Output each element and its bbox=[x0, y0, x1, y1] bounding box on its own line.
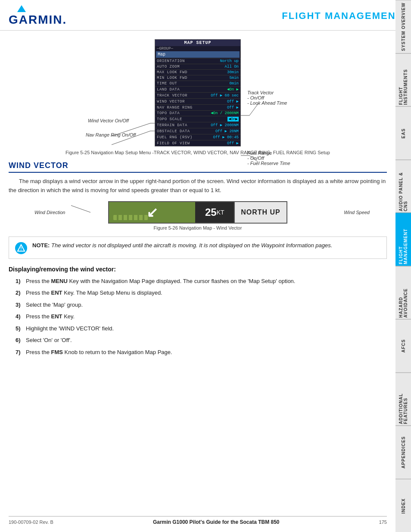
list-item: 4) Press the ENT Key. bbox=[16, 312, 387, 321]
instruction-title: Displaying/removing the wind vector: bbox=[9, 266, 387, 273]
map-setup-panel: MAP SETUP —GROUP— Map ORIENTATION North … bbox=[155, 39, 241, 146]
page-title: FLIGHT MANAGEMENT bbox=[282, 10, 402, 22]
wind-vector-on-off-label: Wind Vector On/Off bbox=[88, 118, 129, 123]
sidebar-tab-additional-features[interactable]: ADDITIONAL FEATURES bbox=[395, 373, 411, 426]
map-row-track-vector: TRACK VECTOR Off ▶ 60 sec bbox=[155, 92, 240, 98]
note-box: ! NOTE: The wind vector is not displayed… bbox=[9, 236, 387, 259]
right-sidebar: SYSTEM OVERVIEW FLIGHT INSTRUMENTS EAS A… bbox=[395, 0, 411, 532]
map-row-auto-zoom: AUTO ZOOM All On bbox=[155, 64, 240, 69]
note-text: NOTE: The wind vector is not displayed u… bbox=[32, 241, 332, 250]
footer-left: 190-00709-02 Rev. B bbox=[9, 520, 53, 525]
svg-text:!: ! bbox=[20, 246, 22, 251]
sidebar-tab-hazard-avoidance[interactable]: HAZARD AVOIDANCE bbox=[395, 266, 411, 320]
instruction-list: 1) Press the MENU Key with the Navigatio… bbox=[16, 277, 387, 357]
garmin-triangle-icon bbox=[17, 5, 26, 12]
wind-north-display: NORTH UP bbox=[234, 201, 286, 224]
sidebar-tab-system-overview[interactable]: SYSTEM OVERVIEW bbox=[395, 0, 411, 53]
map-group-label: —GROUP— bbox=[155, 46, 240, 51]
note-icon: ! bbox=[15, 242, 27, 254]
wind-speed-label: Wind Speed bbox=[344, 210, 370, 215]
track-vector-label: Track Vector - On/Off - Look Ahead Time bbox=[247, 90, 287, 106]
map-row-terrain-data: TERRAIN DATA Off ▶ 2000NM bbox=[155, 122, 240, 128]
section-title-wind-vector: WIND VECTOR bbox=[9, 161, 387, 173]
wind-vector-display: ↙ 25KT NORTH UP bbox=[108, 201, 287, 224]
svg-line-5 bbox=[249, 104, 258, 115]
wind-direction-label: Wind Direction bbox=[34, 210, 65, 215]
list-item: 2) Press the ENT Key. The Map Setup Menu… bbox=[16, 289, 387, 297]
fuel-range-label: Fuel Range - On/Off - Fuel Reserve Time bbox=[247, 150, 290, 166]
map-row-min-look-fwd: MIN LOOK FWD 5min bbox=[155, 75, 240, 81]
list-item: 5) Highlight the 'WIND VECTOR' field. bbox=[16, 324, 387, 333]
sidebar-tab-flight-instruments[interactable]: FLIGHT INSTRUMENTS bbox=[395, 53, 411, 107]
wind-map-area: ↙ bbox=[109, 201, 195, 224]
map-setup-title: MAP SETUP bbox=[155, 40, 240, 46]
wind-map-lines bbox=[113, 215, 148, 220]
list-item: 3) Select the 'Map' group. bbox=[16, 301, 387, 309]
map-row-time-out: TIME OUT 0min bbox=[155, 81, 240, 86]
map-row-obstacle-data: OBSTACLE DATA Off ▶ 20NM bbox=[155, 128, 240, 134]
page-header: GARMIN. FLIGHT MANAGEMENT bbox=[0, 0, 411, 31]
footer-right: 175 bbox=[379, 520, 387, 525]
map-row-fuel-rng: FUEL RNG (RSV) Off ▶ 00:45 bbox=[155, 134, 240, 140]
main-content: MAP SETUP —GROUP— Map ORIENTATION North … bbox=[0, 31, 395, 368]
figure-25-caption: Figure 5-25 Navigation Map Setup Menu -T… bbox=[9, 150, 387, 155]
wind-kt-display: 25KT bbox=[195, 201, 234, 224]
figure-26-caption: Figure 5-26 Navigation Map - Wind Vector bbox=[9, 225, 387, 230]
footer-center: Garmin G1000 Pilot's Guide for the Socat… bbox=[153, 519, 280, 525]
sidebar-tab-flight-management[interactable]: FLIGHT MANAGEMENT bbox=[395, 213, 411, 266]
map-row-max-look-fwd: MAX LOOK FWD 30min bbox=[155, 69, 240, 75]
sidebar-tab-appendices[interactable]: APPENDICES bbox=[395, 426, 411, 479]
nav-range-ring-on-off-label: Nav Range Ring On/Off bbox=[86, 132, 136, 137]
section-body-text: The map displays a wind vector arrow in … bbox=[9, 177, 387, 195]
list-item: 6) Select 'On' or 'Off'. bbox=[16, 336, 387, 345]
sidebar-tab-afcs[interactable]: AFCS bbox=[395, 319, 411, 373]
list-item: 7) Press the FMS Knob to return to the N… bbox=[16, 348, 387, 357]
garmin-logo-text: GARMIN. bbox=[9, 13, 67, 27]
map-row-topo-data: TOPO DATA ◄On / 2000NM bbox=[155, 110, 240, 116]
figure-25-container: MAP SETUP —GROUP— Map ORIENTATION North … bbox=[9, 39, 387, 146]
map-row-nav-range-ring: NAV RANGE RING Off ▶ bbox=[155, 104, 240, 110]
map-row-topo-scale: TOPO SCALE ◄On▶ bbox=[155, 116, 240, 122]
sidebar-tab-audio-panel[interactable]: AUDIO PANEL & CNS bbox=[395, 160, 411, 213]
map-row-orientation: ORIENTATION North up bbox=[155, 58, 240, 64]
map-row-wind-vector: WIND VECTOR Off ▶ bbox=[155, 98, 240, 104]
page-footer: 190-00709-02 Rev. B Garmin G1000 Pilot's… bbox=[9, 516, 387, 525]
garmin-logo: GARMIN. bbox=[9, 5, 67, 27]
map-row-land-data: LAND DATA ◄On ▶ bbox=[155, 86, 240, 92]
sidebar-tab-eas[interactable]: EAS bbox=[395, 106, 411, 160]
svg-line-8 bbox=[71, 205, 90, 212]
sidebar-tab-index[interactable]: INDEX bbox=[395, 479, 411, 532]
list-item: 1) Press the MENU Key with the Navigatio… bbox=[16, 277, 387, 286]
map-row-field-of-view: FIELD OF VIEW Off ▶ bbox=[155, 140, 240, 146]
figure-26-container: Wind Direction ↙ 25KT NORTH UP Wind Spee… bbox=[9, 201, 387, 224]
map-group-value: Map bbox=[156, 51, 240, 58]
wind-arrow-icon: ↙ bbox=[146, 204, 158, 221]
